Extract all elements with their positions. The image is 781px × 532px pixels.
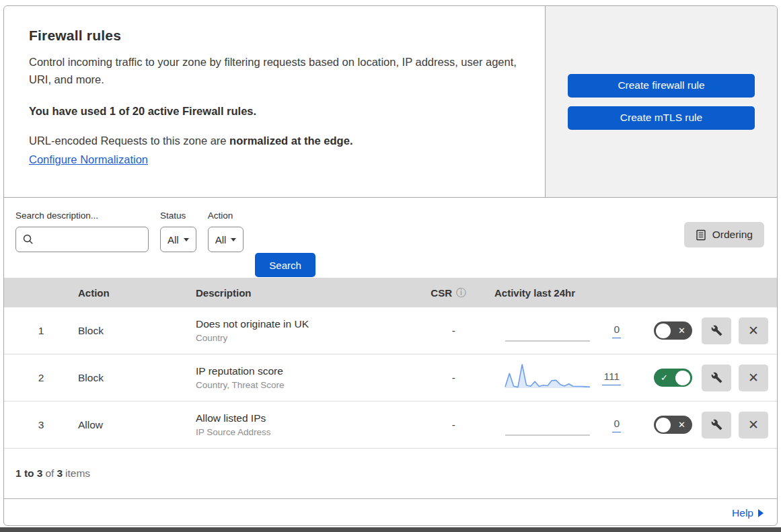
pagination-range: 1 to 3 [15,467,42,480]
cta-panel: Create firewall rule Create mTLS rule [546,6,777,197]
table-header: Action Description CSR ⓘ Activity last 2… [4,278,777,307]
action-column-header: Action [78,287,196,299]
rule-enabled-toggle[interactable]: ✓ ✕ [654,369,692,387]
rule-activity-cell: 0 [494,410,649,441]
csr-column-header: CSR ⓘ [434,287,494,299]
header-section: Firewall rules Control incoming traffic … [4,6,777,198]
intro-panel: Firewall rules Control incoming traffic … [4,6,546,197]
help-link[interactable]: Help [732,507,764,519]
toggle-knob [656,324,671,338]
page-description: Control incoming traffic to your zone by… [29,54,517,88]
arrow-right-icon [758,509,764,517]
rule-controls: ✓ ✕ ✕ [649,412,777,439]
search-input-box[interactable] [15,227,149,252]
ordering-label: Ordering [712,229,753,241]
close-icon: ✕ [748,370,759,385]
rule-enabled-toggle[interactable]: ✓ ✕ [654,321,692,340]
help-strip: Help [4,498,777,526]
edit-rule-button[interactable] [702,365,731,391]
x-icon: ✕ [678,326,685,335]
x-icon: ✕ [678,420,685,429]
status-field-group: Status All [160,211,196,252]
rule-description-cell: IP reputation score Country, Threat Scor… [196,365,434,390]
normalization-bold: normalized at the edge. [229,135,352,147]
wrench-icon [711,325,722,336]
action-dropdown[interactable]: All [208,227,244,252]
rule-description: Allow listed IPs [196,412,434,424]
pagination-summary: 1 to 3 of 3 items [4,449,777,498]
edit-rule-button[interactable] [702,412,731,439]
description-column-header: Description [196,287,434,299]
rule-fields: IP Source Address [196,427,434,437]
status-selected-value: All [168,234,179,245]
delete-rule-button[interactable]: ✕ [739,317,768,344]
activity-sparkline [505,315,591,346]
create-firewall-rule-button[interactable]: Create firewall rule [568,74,755,98]
wrench-icon [711,372,722,383]
page-title: Firewall rules [29,28,518,44]
edit-rule-button[interactable] [702,317,731,344]
rule-description-cell: Does not originate in UK Country [196,318,434,343]
rule-csr-value: - [434,372,494,384]
pagination-total: 3 [57,467,63,480]
chevron-down-icon [231,238,236,241]
ordering-list-icon [696,229,706,241]
search-label: Search description... [15,211,149,221]
toggle-knob [656,418,671,432]
normalization-text: URL-encoded Requests to this zone are [29,135,229,147]
rule-description-cell: Allow listed IPs IP Source Address [196,412,434,437]
rule-activity-cell: 111 [494,363,649,393]
activity-count-link[interactable]: 0 [612,418,621,432]
search-button[interactable]: Search [255,253,315,277]
firewall-card: Firewall rules Control incoming traffic … [3,5,778,526]
action-selected-value: All [215,234,227,245]
close-icon: ✕ [748,417,759,432]
info-icon[interactable]: ⓘ [456,287,466,299]
search-input[interactable] [39,233,141,246]
filter-bar: Search description... Status All Action … [4,198,777,278]
table-row: 2 Block IP reputation score Country, Thr… [4,354,777,402]
rule-priority: 1 [4,325,78,337]
rule-fields: Country [196,333,434,343]
rule-controls: ✓ ✕ ✕ [649,317,777,344]
action-field-group: Action All [208,211,244,252]
pagination-items: items [65,467,90,480]
rule-priority: 2 [4,372,78,384]
rule-controls: ✓ ✕ ✕ [649,365,777,391]
create-mtls-rule-button[interactable]: Create mTLS rule [568,106,755,130]
search-icon [23,234,34,245]
rule-csr-value: - [434,419,494,431]
help-label: Help [732,507,753,519]
activity-sparkline [505,363,591,393]
table-row: 3 Allow Allow listed IPs IP Source Addre… [4,402,777,449]
rule-priority: 3 [4,419,78,431]
wrench-icon [711,419,722,430]
rule-enabled-toggle[interactable]: ✓ ✕ [654,416,692,434]
status-dropdown[interactable]: All [160,227,196,252]
normalization-note: URL-encoded Requests to this zone are no… [29,135,518,147]
table-row: 1 Block Does not originate in UK Country… [4,307,777,354]
toggle-knob [675,371,690,385]
rule-action: Allow [78,419,196,431]
rule-fields: Country, Threat Score [196,380,434,390]
rule-description: IP reputation score [196,365,434,377]
window-bottom-edge [0,527,781,532]
rule-action: Block [78,325,196,337]
delete-rule-button[interactable]: ✕ [739,365,768,391]
check-icon: ✓ [661,373,668,382]
activity-count-link[interactable]: 0 [612,324,621,338]
rule-csr-value: - [434,325,494,337]
activity-sparkline [505,410,591,441]
action-filter-label: Action [208,211,244,221]
chevron-down-icon [184,238,189,241]
usage-summary: You have used 1 of 20 active Firewall ru… [29,105,518,118]
activity-count-link[interactable]: 111 [602,371,621,385]
close-icon: ✕ [748,323,759,338]
configure-normalization-link[interactable]: Configure Normalization [29,153,148,166]
search-field-group: Search description... [15,211,149,252]
ordering-button[interactable]: Ordering [684,222,764,248]
status-label: Status [160,211,196,221]
pagination-of: of [45,467,54,480]
rule-description: Does not originate in UK [196,318,434,330]
delete-rule-button[interactable]: ✕ [739,412,768,439]
